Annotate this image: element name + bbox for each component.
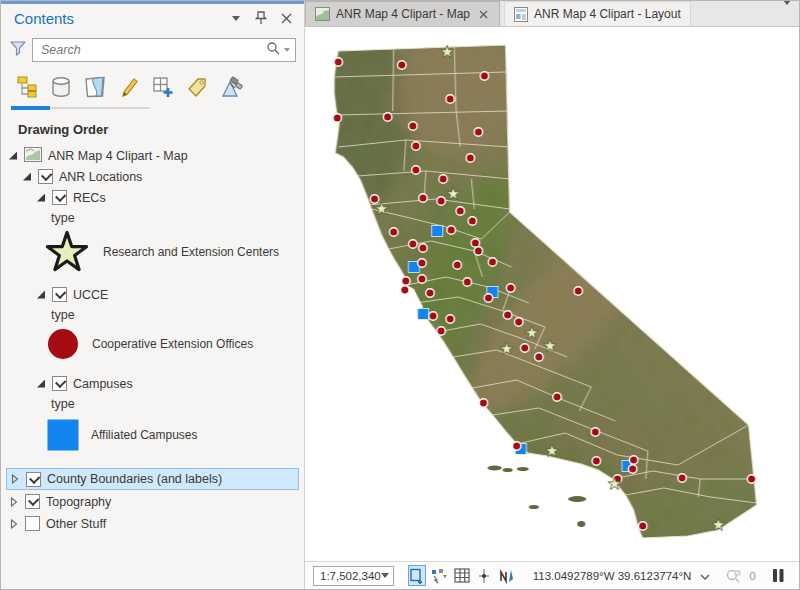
collapse-icon[interactable] [9, 497, 19, 507]
ucce-marker [370, 195, 378, 203]
ucce-marker [389, 228, 397, 236]
pane-menu-caret-icon[interactable] [228, 10, 244, 26]
tree-row-campuses[interactable]: Campuses [1, 373, 304, 394]
tree-row-topography[interactable]: Topography [1, 491, 304, 512]
ucce-marker [333, 114, 341, 122]
tree-row-county-boundaries[interactable]: County Boundaries (and labels) [6, 468, 299, 490]
list-by-selection-icon[interactable] [81, 74, 108, 100]
ucce-marker [629, 456, 637, 464]
ucce-marker [334, 58, 342, 66]
map-thumbnail-icon [24, 147, 42, 165]
list-by-editing-icon[interactable] [115, 74, 142, 100]
list-by-charts-icon[interactable] [217, 74, 244, 100]
scale-selector[interactable]: 1:7,502,340 [313, 566, 394, 586]
ucce-marker [446, 95, 454, 103]
expand-icon[interactable] [8, 151, 18, 161]
ucce-marker [439, 175, 447, 183]
ucce-circle-symbol[interactable] [46, 327, 80, 361]
california-map[interactable] [305, 27, 799, 561]
coordinates-caret-icon[interactable] [700, 570, 710, 582]
recs-legend-row: Research and Extension Centers [1, 228, 304, 276]
other-stuff-label[interactable]: Other Stuff [46, 517, 106, 531]
selected-features-icon[interactable] [724, 565, 743, 586]
view-tab-bar: ANR Map 4 Clipart - Map ANR Map 4 Clipar… [305, 1, 799, 27]
ucce-marker [466, 154, 474, 162]
snap-crosshair-icon[interactable] [475, 565, 493, 586]
tab-layout[interactable]: ANR Map 4 Clipart - Layout [504, 1, 691, 26]
list-by-snapping-icon[interactable] [149, 74, 176, 100]
collapse-icon[interactable] [9, 519, 19, 529]
attribute-table-icon[interactable] [453, 565, 471, 586]
contents-pane-header: Contents [1, 4, 304, 32]
expand-icon[interactable] [36, 379, 46, 389]
tree-row-anr-locations[interactable]: ANR Locations [1, 166, 304, 187]
ucce-marker [453, 261, 461, 269]
ucce-marker [409, 240, 417, 248]
tree-row-map[interactable]: ANR Map 4 Clipart - Map [1, 145, 304, 166]
tab-map[interactable]: ANR Map 4 Clipart - Map [305, 1, 500, 26]
north-arrow-icon[interactable] [497, 565, 515, 586]
recs-label[interactable]: RECs [73, 191, 106, 205]
ucce-type-heading: type [1, 305, 304, 325]
expand-icon[interactable] [36, 290, 46, 300]
ucce-marker [429, 312, 437, 320]
rec-star-symbol[interactable] [43, 228, 91, 276]
tab-close-icon[interactable] [476, 7, 490, 21]
search-row [1, 32, 304, 66]
map-canvas[interactable] [305, 27, 799, 561]
select-tool-icon[interactable] [408, 565, 426, 586]
expand-icon[interactable] [22, 172, 32, 182]
campuses-checkbox[interactable] [52, 376, 67, 391]
anr-locations-checkbox[interactable] [38, 169, 53, 184]
layout-tab-label[interactable]: ANR Map 4 Clipart - Layout [534, 7, 681, 21]
ucce-marker [418, 275, 426, 283]
arcgis-pro-window: Contents [0, 0, 800, 590]
tree-row-recs[interactable]: RECs [1, 187, 304, 208]
contents-pane: Contents [1, 1, 305, 589]
county-boundaries-label[interactable]: County Boundaries (and labels) [47, 472, 222, 486]
scale-value[interactable]: 1:7,502,340 [320, 570, 381, 582]
pause-drawing-icon[interactable] [770, 565, 786, 586]
ucce-marker [521, 344, 529, 352]
ucce-marker [479, 399, 487, 407]
list-by-labeling-icon[interactable] [183, 74, 210, 100]
topography-checkbox[interactable] [25, 494, 40, 509]
anr-locations-label[interactable]: ANR Locations [59, 170, 142, 184]
pin-icon[interactable] [253, 10, 269, 26]
search-icon[interactable] [266, 41, 280, 59]
collapse-icon[interactable] [10, 474, 20, 484]
search-input[interactable] [41, 43, 266, 57]
map-item-label[interactable]: ANR Map 4 Clipart - Map [48, 149, 188, 163]
ucce-legend-label: Cooperative Extension Offices [92, 337, 253, 351]
county-boundaries-checkbox[interactable] [26, 472, 41, 487]
ucce-label[interactable]: UCCE [73, 288, 108, 302]
search-dropdown-caret-icon[interactable] [284, 48, 290, 52]
map-tab-label[interactable]: ANR Map 4 Clipart - Map [336, 7, 470, 21]
ucce-marker [437, 327, 445, 335]
ucce-marker [506, 284, 514, 292]
layers-refresh-icon[interactable] [430, 565, 449, 586]
ucce-marker [463, 278, 471, 286]
campus-square-symbol[interactable] [47, 419, 79, 451]
tree-row-other-stuff[interactable]: Other Stuff [1, 513, 304, 534]
expand-icon[interactable] [36, 193, 46, 203]
ucce-marker [456, 207, 464, 215]
scale-caret-icon[interactable] [381, 573, 389, 578]
tab-list-caret-icon[interactable] [775, 5, 799, 23]
recs-legend-label: Research and Extension Centers [103, 245, 279, 259]
campuses-type-heading: type [1, 394, 304, 414]
tree-row-ucce[interactable]: UCCE [1, 284, 304, 305]
terrain [305, 27, 799, 561]
close-icon[interactable] [278, 10, 294, 26]
ucce-marker [553, 393, 561, 401]
ucce-marker [484, 294, 492, 302]
ucce-checkbox[interactable] [52, 287, 67, 302]
other-stuff-checkbox[interactable] [25, 516, 40, 531]
filter-funnel-icon[interactable] [9, 39, 27, 61]
campuses-label[interactable]: Campuses [73, 377, 133, 391]
recs-checkbox[interactable] [52, 190, 67, 205]
list-by-data-source-icon[interactable] [47, 74, 74, 100]
active-tab-underline [11, 106, 50, 110]
list-by-drawing-order-icon[interactable] [13, 74, 40, 100]
topography-label[interactable]: Topography [46, 495, 111, 509]
